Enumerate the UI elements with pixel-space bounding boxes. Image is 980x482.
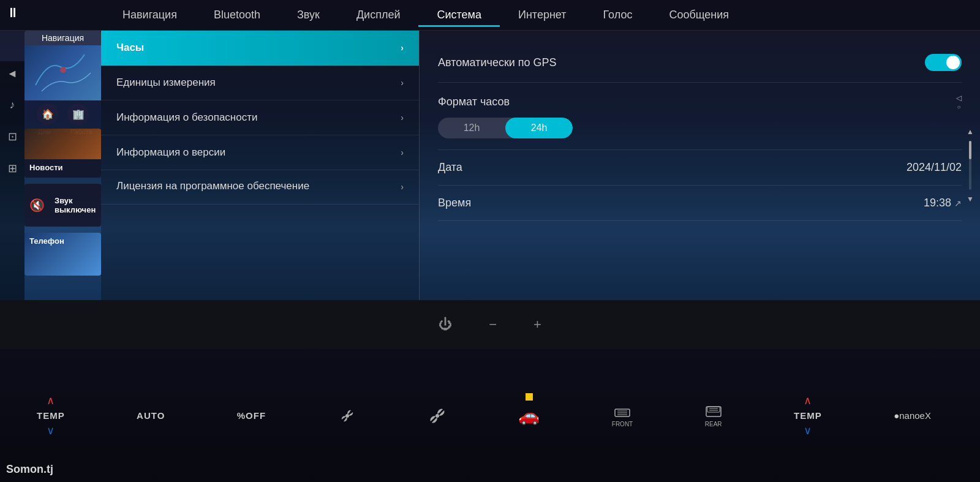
sidebar-apps-icon[interactable]: ⊞ [8,162,17,175]
nav-card-header: Навигация [24,31,101,45]
gps-toggle[interactable] [925,54,962,71]
auto-button[interactable]: AUTO [137,410,165,421]
date-value: 2024/11/02 [907,161,962,174]
settings-right-panel: Автоматически по GPS Формат часов ◁ ○ 12… [420,31,980,300]
svg-rect-8 [707,407,720,412]
off-button[interactable]: %OFF [237,410,266,421]
work-nav-btn[interactable]: 🏢 [67,104,89,125]
tab-voice[interactable]: Голос [585,4,651,26]
fan-low-button[interactable] [338,407,356,425]
svg-point-1 [345,414,349,418]
phone-card[interactable]: Телефон [24,233,101,276]
bottom-controls: ⏻ − + [0,300,980,349]
car-display: 🚗 [518,405,540,426]
climate-bar: ∧ TEMP ∨ AUTO %OFF 🚗 [0,349,980,482]
time-format-selector: 12h 24h [438,118,573,138]
watermark: Somon.tj [6,463,53,476]
nav-icons-row: 🏠 🏢 [24,100,101,128]
work-icon: 🏢 [72,108,85,120]
license-label: Лицензия на программное обеспечение [116,179,309,193]
front-defrost-button[interactable]: FRONT [612,404,633,427]
gps-setting-row: Автоматически по GPS [438,43,962,83]
tab-display[interactable]: Дисплей [338,4,419,26]
settings-item-safety[interactable]: Информация о безопасности › [101,100,419,135]
settings-panel: Часы › Единицы измерения › Информация о … [101,31,980,300]
rear-defrost-icon [705,404,722,419]
format-12h-btn[interactable]: 12h [438,118,505,138]
sidebar-icon-bar: ◄ ♪ ⊡ ⊞ [0,61,24,300]
settings-item-clock[interactable]: Часы › [101,31,419,66]
clock-arrow: › [401,43,404,53]
gps-label: Автоматически по GPS [438,56,557,69]
settings-item-units[interactable]: Единицы измерения › [101,66,419,100]
fan-low-icon [338,407,356,425]
date-row: Дата 2024/11/02 [438,150,962,186]
news-label: Новости [24,159,101,176]
sound-card[interactable]: 🔇 Звук выключен [24,184,101,227]
tab-internet[interactable]: Интернет [500,4,585,26]
minus-button[interactable]: − [489,317,497,333]
left-temp-down-btn[interactable]: ∨ [47,424,55,437]
right-temp-down-btn[interactable]: ∨ [804,424,812,437]
news-card[interactable]: Новости [24,129,101,178]
plus-button[interactable]: + [533,317,541,333]
nav-tabs: Навигация Bluetooth Звук Дисплей Система… [0,4,980,26]
tab-system[interactable]: Система [418,4,500,26]
nav-card-map [24,45,101,100]
settings-item-license[interactable]: Лицензия на программное обеспечение › [101,170,419,205]
time-value: 19:38 [924,197,951,209]
right-temp-label: TEMP [794,410,822,421]
main-screen: ⏸ Навигация Bluetooth Звук Дисплей Систе… [0,0,980,300]
right-temp-control: ∧ TEMP ∨ [794,394,822,437]
left-temp-up-btn[interactable]: ∧ [47,394,55,407]
rear-defrost-button[interactable]: REAR [705,404,722,427]
format-label: Формат часов [438,96,510,108]
settings-menu: Часы › Единицы измерения › Информация о … [101,31,420,300]
time-edit-icon[interactable]: ↗ [954,198,962,208]
car-icon: 🚗 [518,405,540,426]
time-label: Время [438,197,471,209]
home-icon: 🏠 [42,108,54,120]
nanoe-button[interactable]: ●nanoeX [894,410,931,421]
sound-label: Звук выключен [50,192,100,218]
navigation-card: Навигация 🏠 🏢 Дом Работа [24,31,101,138]
power-button[interactable]: ⏻ [439,317,452,333]
center-indicator-dot [526,393,533,401]
tab-messages[interactable]: Сообщения [650,4,747,26]
time-format-row: Формат часов ◁ ○ 12h 24h [438,83,962,150]
version-arrow: › [401,148,404,157]
format-up-arrow: ◁ [956,94,962,102]
nanoe-label: ●nanoeX [894,410,931,421]
content-area: ◄ ♪ ⊡ ⊞ Навигация 🏠 🏢 [0,31,980,300]
top-navigation: ⏸ Навигация Bluetooth Звук Дисплей Систе… [0,0,980,31]
off-label: %OFF [237,410,266,421]
left-temp-control: ∧ TEMP ∨ [37,394,65,437]
tab-navigation[interactable]: Навигация [104,4,195,26]
mute-icon: 🔇 [29,198,45,213]
front-label: FRONT [612,421,633,427]
safety-label: Информация о безопасности [116,111,257,124]
fan-high-button[interactable] [428,407,447,425]
sidebar-navigation-icon[interactable]: ◄ [7,67,18,80]
settings-item-version[interactable]: Информация о версии › [101,135,419,170]
news-background [24,129,101,159]
svg-point-0 [60,67,66,73]
tab-sound[interactable]: Звук [279,4,338,26]
svg-point-2 [435,414,439,418]
home-nav-btn[interactable]: 🏠 [37,104,58,125]
safety-arrow: › [401,113,404,122]
left-temp-label: TEMP [37,410,65,421]
format-24h-btn[interactable]: 24h [505,118,573,138]
scroll-down-arrow: ▼ [967,195,974,203]
clock-label: Часы [116,42,144,54]
right-temp-up-btn[interactable]: ∧ [804,394,812,407]
scroll-indicator: ▲ ▼ [967,127,974,203]
sidebar-car-icon[interactable]: ⊡ [8,130,17,143]
format-circle-indicator: ○ [957,104,960,110]
time-row: Время 19:38 ↗ [438,186,962,221]
pause-button[interactable]: ⏸ [6,5,20,21]
sidebar-music-icon[interactable]: ♪ [10,99,15,111]
svg-rect-7 [706,407,721,416]
tab-bluetooth[interactable]: Bluetooth [195,4,279,26]
date-label: Дата [438,161,462,174]
